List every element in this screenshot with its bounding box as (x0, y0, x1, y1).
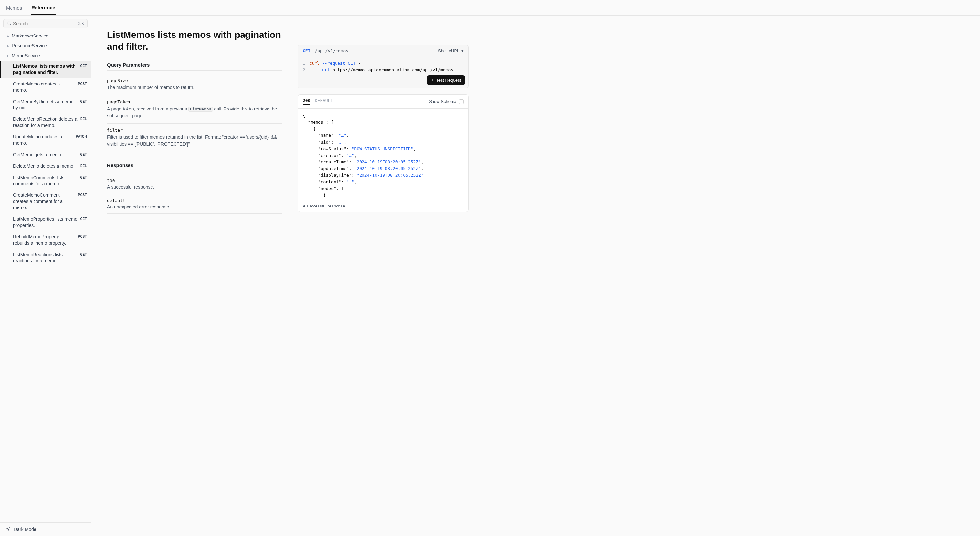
method-tag: GET (80, 152, 87, 157)
method-tag: GET (80, 217, 87, 221)
response-desc: A successful response. (107, 185, 282, 190)
param-page-size: pageSize The maximum number of memos to … (107, 74, 282, 96)
responses-heading: Responses (107, 163, 282, 171)
response-card: 200 DEFAULT Show Schema { "memos": [ { "… (298, 94, 469, 212)
tab-reference[interactable]: Reference (30, 1, 56, 15)
chevron-down-icon: ▾ (6, 54, 10, 57)
play-icon (431, 78, 434, 83)
nav-item-list-memo-comments[interactable]: ListMemoComments lists comments for a me… (0, 172, 91, 190)
response-desc: An unexpected error response. (107, 204, 282, 209)
param-desc: Filter is used to filter memos returned … (107, 134, 282, 148)
chevron-right-icon: ▶ (6, 44, 10, 48)
nav-item-label: GetMemo gets a memo. (13, 152, 80, 158)
sun-icon (6, 526, 11, 532)
search-input-wrapper[interactable]: ⌘K (3, 19, 88, 28)
inline-code: ListMemos (188, 107, 213, 112)
response-200: 200 A successful response. (107, 174, 282, 194)
nav-group-label: MarkdownService (12, 33, 48, 38)
query-params-heading: Query Parameters (107, 62, 282, 71)
test-request-button[interactable]: Test Request (427, 75, 465, 85)
lang-label: Shell cURL (438, 48, 460, 53)
param-filter: filter Filter is used to filter memos re… (107, 124, 282, 152)
chevron-down-icon: ▾ (461, 48, 464, 53)
svg-line-1 (10, 24, 11, 25)
method-tag: GET (80, 99, 87, 104)
response-tab-default[interactable]: DEFAULT (315, 98, 333, 105)
param-page-token: pageToken A page token, received from a … (107, 96, 282, 124)
nav-item-get-memo[interactable]: GetMemo gets a memo. GET (0, 149, 91, 161)
nav-item-get-memo-by-uid[interactable]: GetMemoByUid gets a memo by uid GET (0, 96, 91, 114)
nav-item-list-memo-properties[interactable]: ListMemoProperties lists memo properties… (0, 214, 91, 231)
dark-mode-toggle[interactable]: Dark Mode (0, 522, 91, 536)
sidebar: ⌘K ▶ MarkdownService ▶ ResourceService ▾… (0, 16, 91, 536)
request-card: GET /api/v1/memos Shell cURL ▾ 1curl --r… (298, 45, 469, 88)
nav-item-delete-memo[interactable]: DeleteMemo deletes a memo. DEL (0, 161, 91, 172)
nav-item-label: RebuildMemoProperty rebuilds a memo prop… (13, 234, 78, 246)
nav-item-rebuild-memo-property[interactable]: RebuildMemoProperty rebuilds a memo prop… (0, 231, 91, 249)
show-schema-toggle[interactable]: Show Schema (429, 99, 464, 104)
nav-item-label: ListMemos lists memos with pagination an… (13, 63, 80, 76)
main-content: ListMemos lists memos with pagination an… (91, 16, 980, 536)
param-name: pageSize (107, 78, 282, 83)
response-code: 200 (107, 178, 282, 183)
nav-group-label: MemoService (12, 53, 40, 58)
nav-item-list-memos[interactable]: ListMemos lists memos with pagination an… (0, 61, 91, 78)
nav-item-create-memo[interactable]: CreateMemo creates a memo. POST (0, 78, 91, 96)
method-tag: PATCH (76, 134, 87, 139)
response-footer: A successful response. (298, 200, 468, 212)
method-tag: GET (80, 175, 87, 180)
request-method: GET (303, 48, 310, 53)
nav-item-label: DeleteMemoReaction deletes a reaction fo… (13, 116, 80, 129)
method-tag: GET (80, 252, 87, 257)
nav-item-create-memo-comment[interactable]: CreateMemoComment creates a comment for … (0, 190, 91, 214)
method-tag: POST (78, 81, 87, 86)
param-desc: The maximum number of memos to return. (107, 84, 282, 91)
nav-item-label: DeleteMemo deletes a memo. (13, 163, 80, 169)
nav-group-label: ResourceService (12, 43, 47, 48)
param-desc-text: A page token, received from a previous (107, 106, 188, 112)
lang-selector[interactable]: Shell cURL ▾ (438, 48, 464, 53)
method-tag: DEL (80, 164, 87, 168)
nav-item-label: CreateMemo creates a memo. (13, 81, 78, 93)
request-header: GET /api/v1/memos Shell cURL ▾ (298, 45, 468, 57)
tab-memos[interactable]: Memos (5, 1, 23, 14)
json-response-body: { "memos": [ { "name": "…", "uid": "…", … (298, 108, 468, 200)
nav-group-resource-service[interactable]: ▶ ResourceService (0, 41, 91, 51)
chevron-right-icon: ▶ (6, 34, 10, 38)
nav-group-memo-service[interactable]: ▾ MemoService (0, 51, 91, 61)
nav-group-markdown-service[interactable]: ▶ MarkdownService (0, 31, 91, 41)
nav-item-label: GetMemoByUid gets a memo by uid (13, 99, 80, 111)
method-tag: POST (78, 234, 87, 239)
param-name: filter (107, 128, 282, 132)
method-tag: DEL (80, 117, 87, 121)
nav-item-label: ListMemoComments lists comments for a me… (13, 175, 80, 187)
sidebar-nav: ▶ MarkdownService ▶ ResourceService ▾ Me… (0, 30, 91, 522)
show-schema-label: Show Schema (429, 99, 457, 104)
nav-item-label: ListMemoReactions lists reactions for a … (13, 252, 80, 264)
response-code: default (107, 198, 282, 203)
checkbox-icon (459, 99, 464, 104)
request-path: /api/v1/memos (315, 48, 348, 53)
response-default: default An unexpected error response. (107, 194, 282, 214)
nav-item-label: ListMemoProperties lists memo properties… (13, 216, 80, 228)
method-tag: GET (80, 64, 87, 69)
nav-item-update-memo[interactable]: UpdateMemo updates a memo. PATCH (0, 131, 91, 149)
method-tag: POST (78, 193, 87, 197)
dark-mode-label: Dark Mode (14, 527, 36, 532)
nav-item-label: CreateMemoComment creates a comment for … (13, 192, 78, 211)
top-nav: Memos Reference (0, 0, 980, 16)
page-title: ListMemos lists memos with pagination an… (107, 29, 282, 53)
search-icon (7, 21, 11, 26)
param-desc: A page token, received from a previous L… (107, 105, 282, 120)
param-name: pageToken (107, 99, 282, 104)
response-tab-200[interactable]: 200 (303, 98, 310, 105)
response-header: 200 DEFAULT Show Schema (298, 95, 468, 108)
nav-item-list-memo-reactions[interactable]: ListMemoReactions lists reactions for a … (0, 249, 91, 267)
svg-point-0 (8, 22, 10, 24)
search-input[interactable] (13, 21, 78, 26)
test-request-label: Test Request (436, 78, 461, 83)
nav-item-label: UpdateMemo updates a memo. (13, 134, 76, 146)
svg-marker-11 (431, 78, 433, 81)
nav-item-delete-memo-reaction[interactable]: DeleteMemoReaction deletes a reaction fo… (0, 113, 91, 131)
search-shortcut: ⌘K (78, 21, 84, 26)
